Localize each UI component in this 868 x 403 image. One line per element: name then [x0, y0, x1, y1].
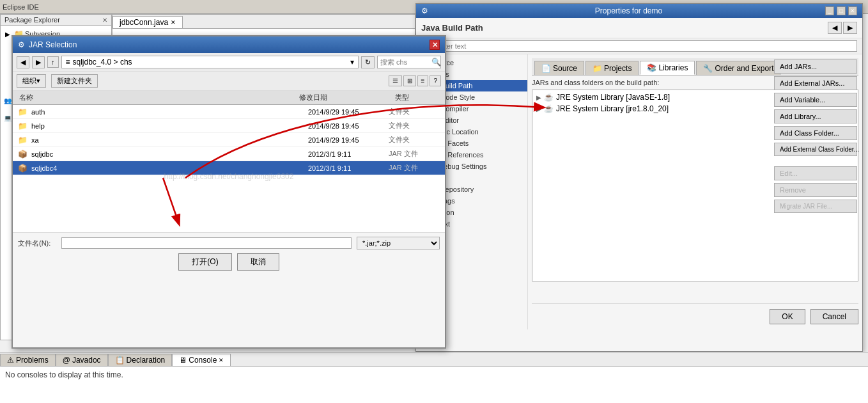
- sqljdbc-name: sqljdbc: [31, 150, 304, 158]
- console-content: No consoles to display at this time.: [0, 367, 868, 383]
- close-button[interactable]: ✕: [848, 6, 857, 15]
- ok-button[interactable]: OK: [770, 309, 805, 324]
- col-type[interactable]: 类型: [391, 92, 442, 103]
- jar-search-input[interactable]: [380, 58, 431, 66]
- properties-actions: Add JARs... Add External JARs... Add Var…: [774, 59, 857, 213]
- add-external-jars-button[interactable]: Add External JARs...: [774, 76, 857, 90]
- sqljdbc4-icon: 📦: [18, 164, 27, 173]
- jar-filename-input[interactable]: [61, 237, 352, 249]
- tab-libraries[interactable]: 📚 Libraries: [640, 61, 695, 75]
- editor-tab-jdbcconn[interactable]: jdbcConn.java ✕: [112, 16, 183, 28]
- jar-new-folder-button[interactable]: 新建文件夹: [51, 74, 98, 88]
- jar-path-text: sqljdbc_4.0 > chs: [73, 58, 132, 67]
- jar-dialog: ⚙ JAR Selection ✕ ◀ ▶ ↑ ≡ sqljdbc_4.0 > …: [12, 35, 446, 349]
- view-help-button[interactable]: ?: [430, 75, 441, 86]
- jre18-expand-icon[interactable]: ▶: [536, 94, 541, 101]
- tab-libraries-label: Libraries: [658, 63, 688, 72]
- col-date[interactable]: 修改日期: [295, 92, 391, 103]
- tab-source[interactable]: 📄 Source: [534, 61, 584, 75]
- folder-auth-date: 2014/9/29 19:45: [308, 108, 385, 116]
- subversion-icon: ▶: [3, 29, 12, 38]
- cancel-button[interactable]: Cancel: [810, 309, 858, 324]
- jar-forward-button[interactable]: ▶: [32, 56, 45, 68]
- tab-javadoc-label: Javadoc: [72, 356, 101, 365]
- titlebar-buttons: _ □ ✕: [825, 6, 857, 15]
- jre18-icon: ☕: [544, 93, 554, 102]
- folder-auth[interactable]: 📁 auth 2014/9/29 19:45 文件夹: [13, 105, 445, 119]
- homegroup-icon: 👥: [3, 97, 12, 106]
- tab-declaration[interactable]: 📋 Declaration: [108, 354, 173, 366]
- jars-area: ▶ ☕ JRE System Library [JavaSE-1.8] ▶ ☕ …: [532, 90, 858, 299]
- folder-xa[interactable]: 📁 xa 2014/9/29 19:45 文件夹: [13, 133, 445, 147]
- jar-dialog-close[interactable]: ✕: [430, 40, 440, 50]
- edit-button[interactable]: Edit...: [774, 166, 857, 180]
- editor-tab-close[interactable]: ✕: [171, 19, 176, 26]
- tab-problems[interactable]: ⚠ Problems: [0, 354, 56, 366]
- package-explorer-tab[interactable]: Package Explorer ✕: [1, 15, 111, 26]
- minimize-button[interactable]: _: [825, 6, 834, 15]
- sqljdbc4-name: sqljdbc4: [31, 164, 304, 172]
- bottom-panel: ⚠ Problems @ Javadoc 📋 Declaration 🖥 Con…: [0, 352, 868, 403]
- jar-path-bar: ≡ sqljdbc_4.0 > chs ▾: [61, 56, 359, 68]
- jar-cancel-button[interactable]: 取消: [237, 253, 279, 271]
- filter-bar: [416, 38, 862, 54]
- console-close-icon[interactable]: ✕: [219, 357, 224, 363]
- nav-back-button[interactable]: ◀: [828, 22, 842, 34]
- libraries-icon: 📚: [647, 63, 656, 72]
- jar-filename-label: 文件名(N):: [18, 239, 56, 248]
- nav-buttons: ◀ ▶: [828, 22, 857, 34]
- add-variable-button[interactable]: Add Variable...: [774, 93, 857, 107]
- folder-help[interactable]: 📁 help 2014/9/28 19:45 文件夹: [13, 119, 445, 133]
- tab-declaration-label: Declaration: [127, 356, 166, 365]
- nav-forward-button[interactable]: ▶: [843, 22, 857, 34]
- col-name[interactable]: 名称: [15, 92, 295, 103]
- tab-source-label: Source: [553, 64, 577, 73]
- file-sqljdbc[interactable]: 📦 sqljdbc 2012/3/1 9:11 JAR 文件: [13, 147, 445, 161]
- jar-back-button[interactable]: ◀: [17, 56, 29, 68]
- add-jars-button[interactable]: Add JARs...: [774, 59, 857, 74]
- javadoc-icon: @: [63, 356, 70, 365]
- jar-search-icon[interactable]: 🔍: [431, 58, 441, 67]
- properties-titlebar: ⚙ Properties for demo _ □ ✕: [416, 4, 862, 18]
- jar-file-list[interactable]: 📁 auth 2014/9/29 19:45 文件夹 📁 help 2014/9…: [13, 105, 445, 233]
- package-explorer-close[interactable]: ✕: [102, 17, 107, 24]
- view-grid-button[interactable]: ⊞: [403, 75, 416, 86]
- folder-help-date: 2014/9/28 19:45: [308, 122, 385, 130]
- remove-button[interactable]: Remove: [774, 183, 857, 197]
- folder-xa-name: xa: [31, 136, 304, 144]
- jar-filename-row: 文件名(N): *.jar;*.zip: [18, 237, 440, 249]
- ide-menu: Eclipse IDE: [3, 3, 39, 11]
- add-external-class-folder-button[interactable]: Add External Class Folder...: [774, 143, 857, 156]
- migrate-jar-button[interactable]: Migrate JAR File...: [774, 200, 857, 213]
- problems-icon: ⚠: [7, 356, 14, 365]
- computer-icon: 💻: [3, 114, 12, 123]
- path-dropdown-icon[interactable]: ▾: [350, 58, 354, 67]
- view-details-button[interactable]: ≡: [417, 75, 429, 86]
- sqljdbc-icon: 📦: [18, 150, 27, 159]
- folder-xa-date: 2014/9/29 19:45: [308, 136, 385, 144]
- order-icon: 🔧: [703, 64, 713, 73]
- file-sqljdbc4[interactable]: 📦 sqljdbc4 2012/3/1 9:11 JAR 文件: [13, 161, 445, 175]
- jar-columns: 名称 修改日期 类型: [13, 91, 445, 105]
- add-library-button[interactable]: Add Library...: [774, 109, 857, 123]
- maximize-button[interactable]: □: [837, 6, 846, 15]
- jar-org-button[interactable]: 组织▾: [17, 74, 46, 88]
- jre1820-icon: ☕: [544, 104, 554, 113]
- projects-icon: 📁: [593, 64, 602, 73]
- path-separator: ≡: [66, 58, 70, 67]
- jre1820-expand-icon[interactable]: ▶: [536, 106, 541, 113]
- jar-filetype-select[interactable]: *.jar;*.zip: [357, 237, 440, 249]
- editor-tab-jdbcconn-label: jdbcConn.java: [120, 18, 168, 27]
- jar-refresh-button[interactable]: ↻: [361, 56, 375, 68]
- tab-javadoc[interactable]: @ Javadoc: [56, 354, 108, 366]
- filter-input[interactable]: [421, 40, 857, 52]
- sqljdbc-date: 2012/3/1 9:11: [308, 150, 385, 158]
- tab-order-export[interactable]: 🔧 Order and Export: [696, 61, 780, 75]
- tab-projects[interactable]: 📁 Projects: [585, 61, 639, 75]
- jar-up-button[interactable]: ↑: [47, 56, 59, 68]
- view-list-button[interactable]: ☰: [389, 75, 402, 86]
- tab-problems-label: Problems: [16, 356, 49, 365]
- add-class-folder-button[interactable]: Add Class Folder...: [774, 126, 857, 140]
- tab-console[interactable]: 🖥 Console ✕: [172, 354, 231, 366]
- jar-open-button[interactable]: 打开(O): [178, 253, 231, 271]
